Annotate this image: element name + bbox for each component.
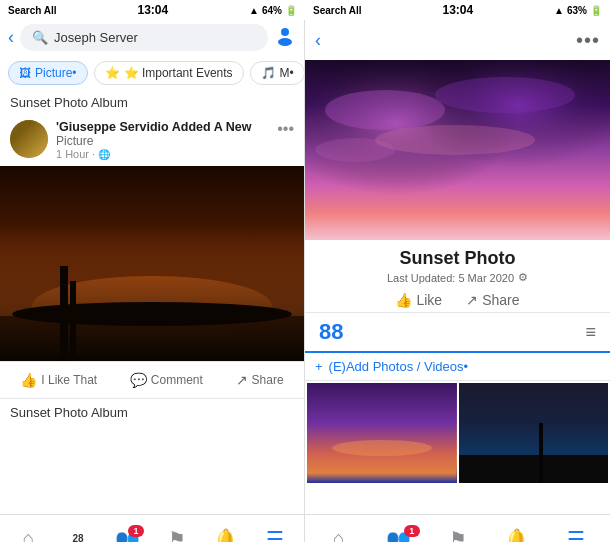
comment-button[interactable]: 💬 Comment	[122, 368, 211, 392]
svg-point-13	[375, 125, 535, 155]
share-button[interactable]: ↗ Share	[228, 368, 292, 392]
right-bell-icon: 🔔	[504, 527, 529, 543]
right-nav-bell[interactable]: 🔔	[487, 527, 546, 543]
settings-icon[interactable]: ⚙	[518, 271, 528, 284]
profile-button[interactable]	[274, 24, 296, 51]
back-button[interactable]: ‹	[8, 27, 14, 48]
svg-rect-15	[307, 383, 457, 483]
count-badge: 28	[72, 533, 83, 542]
right-friends-badge: 1	[404, 525, 420, 537]
nav-friends[interactable]: 👥 1	[103, 527, 152, 543]
photo-thumb-1[interactable]	[307, 383, 457, 483]
section-label-sunset: Sunset Photo Album	[0, 91, 304, 114]
tab-pictures[interactable]: 🖼 Picture•	[8, 61, 88, 85]
tab-music[interactable]: 🎵 M•	[250, 61, 304, 85]
photo-thumb-2[interactable]	[459, 383, 609, 483]
left-battery: 64%	[262, 5, 282, 16]
add-photos-button[interactable]: + (E)Add Photos / Videos•	[305, 353, 610, 381]
left-time: 13:04	[137, 3, 168, 17]
music-icon: 🎵	[261, 66, 276, 80]
nav-menu[interactable]: ☰	[251, 527, 300, 543]
right-battery-icon: 🔋	[590, 5, 602, 16]
nav-bell[interactable]: 🔔	[201, 527, 250, 543]
like-icon: 👍	[395, 292, 412, 308]
svg-point-11	[325, 90, 445, 130]
svg-rect-19	[539, 423, 543, 483]
svg-rect-18	[459, 455, 609, 483]
album-updated-text: Last Updated: 5 Mar 2020	[387, 272, 514, 284]
avatar	[10, 120, 48, 158]
right-nav-home[interactable]: ⌂	[309, 527, 368, 542]
right-menu-icon: ☰	[567, 527, 585, 543]
list-view-button[interactable]: ≡	[585, 322, 596, 343]
left-signal: Search All	[8, 5, 57, 16]
svg-point-12	[435, 77, 575, 113]
nav-count[interactable]: 28	[53, 533, 102, 542]
thumbs-up-icon: 👍	[20, 372, 37, 388]
right-back-button[interactable]: ‹	[315, 30, 321, 51]
album-cover	[305, 60, 610, 240]
like-button[interactable]: 👍 I Like That	[12, 368, 105, 392]
picture-icon: 🖼	[19, 66, 31, 80]
nav-home[interactable]: ⌂	[4, 527, 53, 542]
search-icon: 🔍	[32, 30, 48, 45]
post-more-button[interactable]: •••	[277, 120, 294, 138]
svg-point-1	[278, 38, 292, 46]
svg-point-7	[12, 302, 292, 326]
svg-point-0	[281, 28, 289, 36]
tab-important-events[interactable]: ⭐ ⭐ Important Events	[94, 61, 244, 85]
photo-count: 88	[319, 319, 343, 345]
right-home-icon: ⌂	[333, 527, 345, 542]
svg-point-3	[32, 276, 272, 336]
post-image	[0, 166, 304, 361]
post-description: Picture	[56, 134, 269, 148]
right-nav-menu[interactable]: ☰	[547, 527, 606, 543]
svg-rect-2	[0, 166, 304, 361]
star-icon: ⭐	[105, 66, 120, 80]
share-album-icon: ↗	[466, 292, 478, 308]
right-nav-flag[interactable]: ⚑	[428, 527, 487, 543]
post-time: 1 Hour · 🌐	[56, 148, 269, 160]
like-album-button[interactable]: 👍 Like	[395, 292, 442, 308]
nav-flag[interactable]: ⚑	[152, 527, 201, 543]
svg-rect-6	[70, 281, 76, 361]
album-title: Sunset Photo	[315, 248, 600, 269]
svg-rect-5	[60, 266, 68, 361]
more-options-button[interactable]: •••	[576, 29, 600, 52]
comment-icon: 💬	[130, 372, 147, 388]
right-signal: Search All	[313, 5, 362, 16]
share-album-button[interactable]: ↗ Share	[466, 292, 519, 308]
right-battery: 63%	[567, 5, 587, 16]
add-icon: +	[315, 359, 323, 374]
globe-icon: 🌐	[98, 149, 110, 160]
right-flag-icon: ⚑	[449, 527, 467, 543]
menu-icon: ☰	[266, 527, 284, 543]
post-author: 'Giuseppe Servidio Added A New	[56, 120, 269, 134]
svg-point-16	[332, 440, 432, 456]
right-arrow-icon: ▲	[554, 5, 564, 16]
svg-rect-4	[0, 316, 304, 361]
share-icon: ↗	[236, 372, 248, 388]
bell-icon: 🔔	[213, 527, 238, 543]
home-icon: ⌂	[23, 527, 35, 542]
left-battery-icon: 🔋	[285, 5, 297, 16]
flag-icon: ⚑	[168, 527, 186, 543]
svg-point-14	[315, 138, 395, 162]
section-label-sunset2: Sunset Photo Album	[0, 399, 304, 422]
search-input[interactable]: Joseph Server	[54, 30, 138, 45]
right-time: 13:04	[442, 3, 473, 17]
left-arrow-icon: ▲	[249, 5, 259, 16]
right-nav-friends[interactable]: 👥 1	[368, 527, 427, 543]
friends-badge: 1	[128, 525, 144, 537]
